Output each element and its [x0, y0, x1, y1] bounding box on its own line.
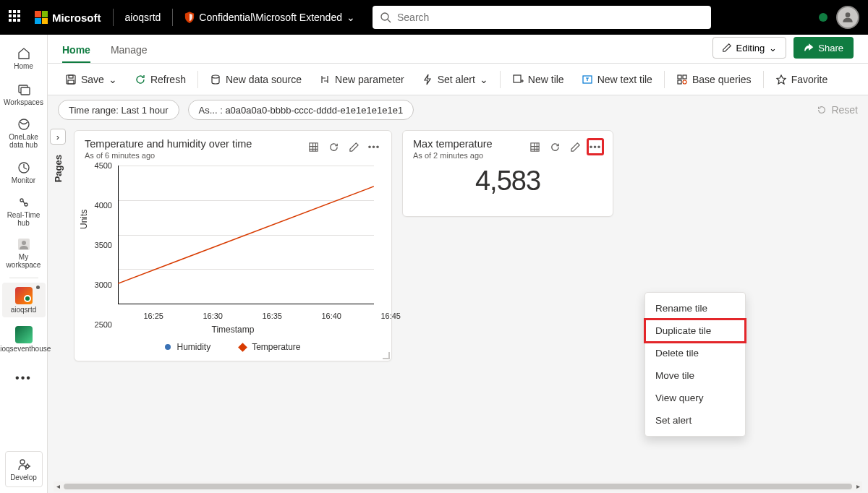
time-range-pill[interactable]: Time range: Last 1 hour	[58, 100, 179, 120]
realtime-icon	[17, 195, 31, 210]
svg-rect-23	[678, 80, 681, 84]
set-alert-button[interactable]: Set alert ⌄	[414, 68, 495, 91]
tile-subtitle: As of 6 minutes ago	[85, 151, 252, 160]
rail-eventhouse[interactable]: aioqseventhouse	[2, 319, 46, 359]
rail-workspaces[interactable]: Workspaces	[2, 77, 46, 111]
rail-develop[interactable]: Develop	[5, 451, 43, 487]
presence-indicator	[819, 13, 827, 22]
save-button[interactable]: Save ⌄	[58, 68, 124, 91]
tile-max-temperature[interactable]: Max temperature As of 2 minutes ago ••• …	[402, 130, 613, 217]
dashboard-thumb-icon	[15, 287, 33, 304]
refresh-button[interactable]: Refresh	[127, 68, 193, 91]
ctx-move-tile[interactable]: Move tile	[645, 364, 745, 387]
horizontal-scrollbar[interactable]: ◂ ▸	[54, 481, 862, 492]
svg-point-0	[381, 13, 388, 20]
rail-realtime[interactable]: Real-Time hub	[2, 191, 46, 231]
svg-rect-22	[683, 75, 686, 79]
ctx-set-alert[interactable]: Set alert	[645, 409, 745, 432]
line-chart: Units 4500 4000 3500 3000 2500	[85, 166, 381, 325]
pencil-icon	[722, 43, 732, 53]
scrollbar-thumb[interactable]	[64, 484, 852, 489]
rail-monitor[interactable]: Monitor	[2, 155, 46, 189]
svg-rect-19	[514, 75, 521, 82]
tile-temp-humidity[interactable]: Temperature and humidity over time As of…	[74, 130, 392, 361]
tile-more[interactable]: •••	[365, 138, 383, 155]
workspace-name[interactable]: aioqsrtd	[125, 12, 161, 23]
tile-refresh[interactable]	[325, 138, 342, 155]
more-icon: •••	[590, 142, 602, 153]
ctx-delete-tile[interactable]: Delete tile	[645, 342, 745, 364]
rail-home[interactable]: Home	[2, 40, 46, 75]
dashboard-canvas[interactable]: Temperature and humidity over time As of…	[68, 124, 868, 481]
rail-separator	[9, 278, 38, 278]
ctx-rename-tile[interactable]: Rename tile	[645, 297, 745, 320]
filter-bar: Time range: Last 1 hour As... : a0a0a0a0…	[48, 95, 868, 124]
database-icon	[210, 74, 221, 85]
tab-manage[interactable]: Manage	[111, 44, 148, 63]
scroll-right-icon[interactable]: ▸	[854, 482, 862, 491]
tile-table-view[interactable]	[526, 138, 543, 155]
tile-plus-icon	[512, 74, 524, 85]
legend-humidity[interactable]: Humidity	[165, 342, 210, 352]
svg-point-10	[22, 241, 26, 245]
svg-point-8	[25, 203, 27, 206]
sensitivity-label: Confidential\Microsoft Extended	[199, 12, 342, 23]
reset-button[interactable]: Reset	[817, 104, 858, 116]
ctx-duplicate-tile[interactable]: Duplicate tile	[645, 320, 745, 342]
tile-edit[interactable]	[345, 138, 362, 155]
editing-mode-dropdown[interactable]: Editing ⌄	[712, 37, 787, 59]
pages-toggle[interactable]: ›	[50, 129, 66, 145]
person-icon	[17, 237, 31, 252]
tab-home[interactable]: Home	[62, 44, 90, 63]
tile-more[interactable]: •••	[587, 138, 604, 155]
top-bar: Microsoft aioqsrtd Confidential\Microsof…	[0, 0, 868, 35]
share-button[interactable]: Share	[793, 37, 854, 59]
legend-temperature[interactable]: Temperature	[239, 342, 300, 352]
search-box[interactable]	[373, 6, 711, 29]
svg-rect-27	[530, 142, 538, 150]
app-launcher-icon[interactable]	[9, 10, 23, 25]
chevron-down-icon: ⌄	[480, 74, 488, 85]
home-icon	[17, 46, 31, 61]
new-parameter-button[interactable]: New parameter	[312, 68, 412, 91]
ctx-view-query[interactable]: View query	[645, 387, 745, 409]
account-avatar[interactable]	[836, 6, 859, 29]
topbar-right	[819, 6, 859, 29]
tile-title: Max temperature	[413, 138, 493, 150]
rail-aioqsrtd[interactable]: aioqsrtd	[2, 283, 46, 317]
asset-filter-pill[interactable]: As... : a0a0a0a0-bbbb-cccc-dddd-e1e1e1e1…	[188, 100, 414, 120]
rail-onelake[interactable]: OneLake data hub	[2, 113, 46, 153]
svg-rect-21	[678, 75, 681, 79]
svg-point-14	[26, 465, 29, 468]
rail-more[interactable]: •••	[2, 361, 46, 395]
svg-point-12	[25, 296, 30, 301]
search-input[interactable]	[397, 12, 704, 23]
new-tile-button[interactable]: New tile	[505, 68, 571, 91]
tile-table-view[interactable]	[305, 138, 322, 155]
rail-my-workspace[interactable]: My workspace	[2, 233, 46, 273]
brand: Microsoft	[35, 11, 101, 24]
tile-context-menu: Rename tile Duplicate tile Delete tile M…	[644, 292, 746, 437]
temperature-series	[118, 166, 374, 304]
scroll-left-icon[interactable]: ◂	[54, 482, 62, 491]
more-icon: •••	[368, 142, 380, 153]
more-icon: •••	[15, 372, 32, 385]
base-queries-button[interactable]: Base queries	[669, 68, 759, 91]
tile-refresh[interactable]	[546, 138, 563, 155]
pages-strip: › Pages	[48, 124, 68, 481]
tile-edit[interactable]	[566, 138, 584, 155]
tile-title: Temperature and humidity over time	[85, 138, 252, 150]
star-icon	[775, 74, 787, 85]
refresh-icon	[550, 142, 561, 153]
new-data-source-button[interactable]: New data source	[203, 68, 309, 91]
new-text-tile-button[interactable]: New text tile	[574, 68, 660, 91]
page-tabs: Home Manage Editing ⌄ Share	[48, 35, 868, 64]
resize-handle[interactable]	[383, 352, 390, 359]
favorite-button[interactable]: Favorite	[768, 68, 835, 91]
svg-rect-25	[309, 142, 317, 150]
svg-point-18	[212, 75, 219, 78]
pages-label: Pages	[53, 155, 64, 182]
svg-point-24	[683, 80, 686, 84]
x-tick: 16:40	[321, 312, 341, 320]
sensitivity-dropdown[interactable]: Confidential\Microsoft Extended ⌄	[184, 12, 355, 23]
